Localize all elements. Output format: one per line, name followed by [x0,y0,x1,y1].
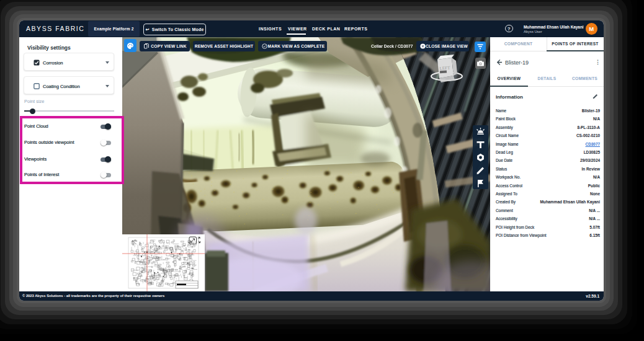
svg-text:LEFT: LEFT [439,65,450,71]
